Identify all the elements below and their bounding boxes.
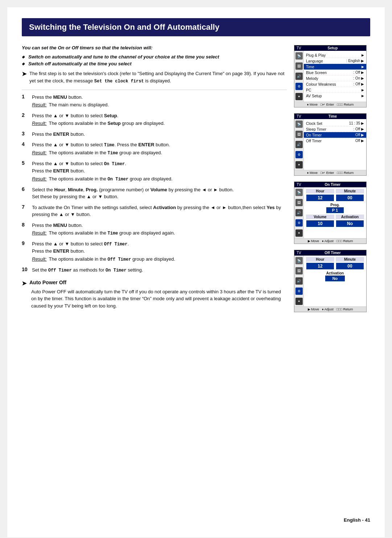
- on-timer-volume-label: Volume: [306, 215, 334, 219]
- step-7: 7 To activate the On Timer with the sett…: [22, 204, 287, 218]
- off-timer-title: Off Timer: [324, 251, 340, 255]
- auto-power-section: ➤ Auto Power Off Auto Power OFF will aut…: [22, 280, 287, 310]
- on-timer-tv-label: TV: [297, 183, 301, 187]
- result-label-2: Result:: [32, 120, 46, 127]
- step-num-6: 6: [22, 186, 28, 192]
- on-timer-vol-act-header: Volume Activation: [306, 215, 364, 219]
- off-timer-activation-label: Activation: [306, 271, 364, 275]
- time-panel-title: Time: [328, 114, 337, 118]
- time-icon-5: ✦: [295, 161, 303, 168]
- on-timer-hour-value: 12: [306, 195, 334, 201]
- time-menu-items: Clock Set11 : 35 ▶ Sleep Timer: Off ▶ On…: [304, 119, 366, 170]
- step-num-4: 4: [22, 141, 28, 147]
- on-timer-prog-value: P 1: [326, 207, 344, 213]
- setup-panel-tv-label: TV: [297, 46, 301, 50]
- result-text-1: The main menu is displayed.: [49, 101, 109, 109]
- on-timer-panel: TV On Timer 📡 🖼 🔊 ⚙ ✦ Hour: [294, 182, 367, 244]
- step-body-3: Press the ENTER button.: [32, 131, 287, 138]
- off-timer-panel: TV Off Timer 📡 🖼 🔊 ⚙ ✦ Hour: [294, 250, 367, 312]
- time-row-clock: Clock Set11 : 35 ▶: [306, 121, 364, 126]
- step-num-7: 7: [22, 204, 28, 210]
- off-timer-activation-row: No: [306, 276, 364, 281]
- off-timer-icon-2: 🖼: [295, 267, 303, 274]
- off-timer-hm-values: 12 00: [306, 262, 364, 270]
- auto-power-heading: ➤ Auto Power Off: [22, 280, 287, 287]
- time-icon-4: ⚙: [295, 151, 303, 158]
- step-num-3: 3: [22, 131, 28, 136]
- result-label-9: Result:: [32, 256, 46, 263]
- on-timer-icon-3: 🔊: [295, 209, 303, 216]
- setup-row-av: AV Setup▶: [306, 93, 364, 98]
- setup-menu-items: Plug & Play▶ Language: English ▶ Time▶ B…: [304, 51, 366, 102]
- icon-picture: 🖼: [295, 62, 303, 70]
- off-timer-body: 📡 🖼 🔊 ⚙ ✦ Hour Minute 12 00: [294, 256, 366, 306]
- off-timer-hour-value: 12: [306, 263, 334, 269]
- page-number: English - 41: [344, 517, 370, 523]
- step-2: 2 Press the ▲ or ▼ button to select Setu…: [22, 112, 287, 127]
- step-num-1: 1: [22, 94, 28, 99]
- divider-1: [22, 90, 287, 90]
- page: Switching the Television On and Off Auto…: [7, 7, 385, 537]
- result-text-4: The options available in the Time group …: [49, 149, 162, 156]
- auto-power-arrow-icon: ➤: [22, 280, 26, 287]
- icon-setup: ⚙: [295, 83, 303, 90]
- on-timer-content: Hour Minute 12 00 Prog. P 1 Volume: [304, 187, 366, 238]
- on-timer-minute-label: Minute: [336, 189, 364, 193]
- step-6: 6 Select the Hour, Minute, Prog. (progra…: [22, 186, 287, 200]
- off-timer-icons-col: 📡 🖼 🔊 ⚙ ✦: [294, 256, 304, 306]
- on-timer-icons-col: 📡 🖼 🔊 ⚙ ✦: [294, 187, 304, 238]
- step-body-5: Press the ▲ or ▼ button to select On Tim…: [32, 160, 287, 183]
- setup-panel: TV Setup 📡 🖼 🔊 ⚙ ✦ Plug & Play▶: [294, 45, 367, 107]
- off-timer-hour-label: Hour: [306, 257, 334, 262]
- step-1: 1 Press the MENU button. Result: The mai…: [22, 94, 287, 109]
- setup-footer: ♦ Move □↵ Enter □□□ Return: [294, 102, 366, 107]
- step-num-2: 2: [22, 112, 28, 118]
- result-text-5: The options available in the On Timer gr…: [49, 175, 172, 183]
- off-timer-activation-value: No: [325, 276, 345, 281]
- on-timer-footer: ▶ Move ♦ Adjust □□□ Return: [294, 238, 366, 244]
- step-body-8: Press the MENU button. Result: The optio…: [32, 222, 287, 237]
- setup-panel-body: 📡 🖼 🔊 ⚙ ✦ Plug & Play▶ Language: English…: [294, 51, 366, 102]
- step-3: 3 Press the ENTER button.: [22, 131, 287, 138]
- time-row-on-timer: On TimerOff ▶: [304, 132, 366, 138]
- steps-list: 1 Press the MENU button. Result: The mai…: [22, 94, 287, 274]
- icon-antenna: 📡: [295, 52, 303, 60]
- on-timer-vol-act-values: 10 No: [306, 220, 364, 227]
- off-timer-icon-5: ✦: [295, 298, 303, 305]
- icon-extra: ✦: [295, 93, 303, 100]
- on-timer-minute-value: 00: [336, 195, 364, 201]
- step-10: 10 Set the Off Timer as methods for On T…: [22, 266, 287, 274]
- on-timer-icon-4: ⚙: [295, 219, 303, 227]
- step-body-2: Press the ▲ or ▼ button to select Setup.…: [32, 112, 287, 127]
- off-timer-grid-header: Hour Minute: [306, 257, 364, 262]
- note-arrow-icon: ➤: [22, 70, 26, 77]
- bullet-list: Switch on automatically and tune to the …: [22, 54, 287, 66]
- result-label-4: Result:: [32, 149, 46, 156]
- time-footer: ♦ Move □↵ Enter □□□ Return: [294, 170, 366, 175]
- on-timer-hm-values: 12 00: [306, 194, 364, 201]
- off-timer-icon-4: ⚙: [295, 288, 303, 295]
- step-num-9: 9: [22, 240, 28, 246]
- on-timer-hour-label: Hour: [306, 189, 334, 193]
- step-4: 4 Press the ▲ or ▼ button to select Time…: [22, 141, 287, 156]
- result-label-8: Result:: [32, 229, 46, 237]
- page-title: Switching the Television On and Off Auto…: [22, 18, 370, 36]
- result-text-2: The options available in the Setup group…: [49, 120, 164, 127]
- setup-row-plug-play: Plug & Play▶: [306, 52, 364, 58]
- right-column: TV Setup 📡 🖼 🔊 ⚙ ✦ Plug & Play▶: [294, 45, 370, 312]
- off-timer-content: Hour Minute 12 00 Activation No: [304, 256, 366, 306]
- step-body-6: Select the Hour, Minute, Prog. (programm…: [32, 186, 287, 200]
- time-icons-col: 📡 🖼 🔊 ⚙ ✦: [294, 119, 304, 170]
- setup-row-language: Language: English ▶: [306, 58, 364, 64]
- on-timer-grid-header: Hour Minute: [306, 189, 364, 193]
- on-timer-icon-5: ✦: [295, 229, 303, 237]
- step-5: 5 Press the ▲ or ▼ button to select On T…: [22, 160, 287, 183]
- setup-row-colour: Colour Weakness: Off ▶: [306, 81, 364, 87]
- result-label-1: Result:: [32, 101, 46, 109]
- setup-row-time: Time▶: [304, 64, 366, 70]
- time-icon-2: 🖼: [295, 131, 303, 138]
- result-text-9: The options available in the Off Timer g…: [49, 256, 175, 263]
- on-timer-icon-1: 📡: [295, 189, 303, 196]
- off-timer-tv-label: TV: [297, 251, 301, 255]
- on-timer-icon-2: 🖼: [295, 199, 303, 206]
